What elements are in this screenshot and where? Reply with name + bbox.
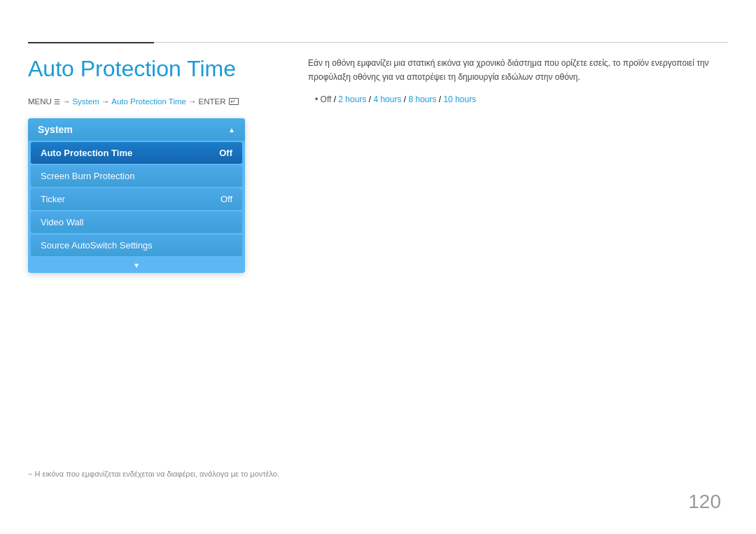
menu-item-label-1: Screen Burn Protection <box>41 171 134 181</box>
menu-item-video-wall[interactable]: Video Wall <box>31 211 242 233</box>
top-accent-line <box>28 42 154 43</box>
footer-note-text: Η εικόνα που εμφανίζεται ενδέχεται να δι… <box>34 470 279 478</box>
bullet-icon: • <box>315 94 318 104</box>
menu-item-auto-protection[interactable]: Auto Protection Time Off <box>31 142 242 164</box>
chevron-up-icon: ▲ <box>228 126 235 134</box>
menu-item-screen-burn[interactable]: Screen Burn Protection <box>31 165 242 187</box>
option-4hours: 4 hours <box>373 94 401 104</box>
option-off: Off <box>321 94 332 104</box>
chevron-down-icon: ▾ <box>134 260 139 270</box>
arrow2: → <box>102 97 110 106</box>
chevron-down-container: ▾ <box>28 258 245 273</box>
system-panel: System ▲ Auto Protection Time Off Screen… <box>28 118 245 273</box>
enter-label: ENTER <box>198 97 225 106</box>
menu-path: MENU ☰ → System → Auto Protection Time →… <box>28 97 280 106</box>
apt-link: Auto Protection Time <box>111 97 186 106</box>
arrow1: → <box>62 97 71 106</box>
sep1: / <box>331 94 338 104</box>
menu-item-source-autoswitch[interactable]: Source AutoSwitch Settings <box>31 234 242 256</box>
enter-icon <box>229 98 239 105</box>
sep3: / <box>401 94 408 104</box>
menu-item-label-4: Source AutoSwitch Settings <box>41 240 153 251</box>
system-panel-header: System ▲ <box>28 118 245 141</box>
sep2: / <box>366 94 373 104</box>
description-text: Εάν η οθόνη εμφανίζει μια στατική εικόνα… <box>308 56 728 85</box>
option-8hours: 8 hours <box>408 94 436 104</box>
menu-icon: ☰ <box>54 98 60 106</box>
right-column: Εάν η οθόνη εμφανίζει μια στατική εικόνα… <box>308 56 728 104</box>
menu-item-value-0: Off <box>219 148 232 158</box>
option-10hours: 10 hours <box>444 94 477 104</box>
menu-item-ticker[interactable]: Ticker Off <box>31 188 242 210</box>
page-number: 120 <box>688 491 721 513</box>
menu-label: MENU <box>28 97 52 106</box>
page-title: Auto Protection Time <box>28 56 280 82</box>
menu-item-label-0: Auto Protection Time <box>41 148 132 158</box>
footer-note: Η εικόνα που εμφανίζεται ενδέχεται να δι… <box>28 470 279 478</box>
system-link: System <box>72 97 99 106</box>
menu-item-label-3: Video Wall <box>41 217 83 227</box>
options-list: • Off / 2 hours / 4 hours / 8 hours / 10… <box>308 94 728 104</box>
option-2hours: 2 hours <box>338 94 366 104</box>
arrow3: → <box>188 97 197 106</box>
left-column: Auto Protection Time MENU ☰ → System → A… <box>28 49 280 273</box>
system-panel-title: System <box>38 124 73 135</box>
sep4: / <box>436 94 443 104</box>
menu-item-value-2: Off <box>220 194 232 204</box>
menu-item-label-2: Ticker <box>41 194 65 204</box>
